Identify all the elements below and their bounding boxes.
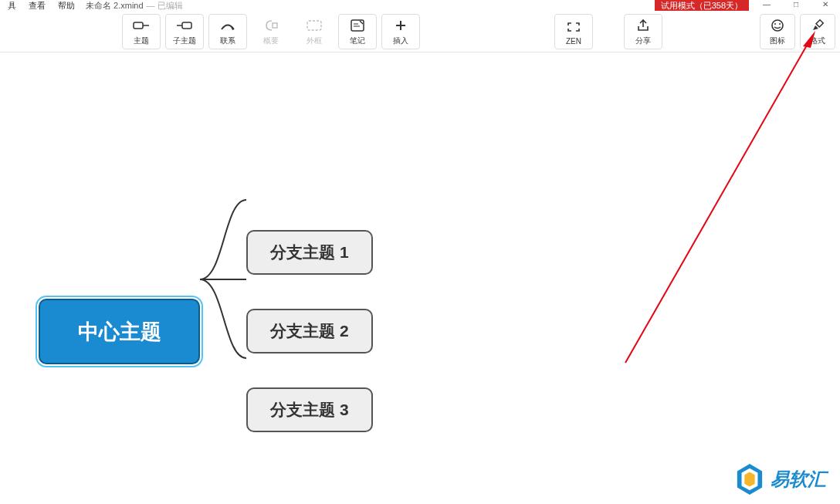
hex-icon [735,462,764,496]
topic-button[interactable]: 主题 [122,14,161,49]
relation-label: 联系 [220,36,235,46]
plus-icon [395,17,407,34]
svg-rect-3 [182,22,191,29]
menu-view[interactable]: 查看 [22,0,52,12]
svg-rect-15 [816,20,823,27]
branch-topic-node-1[interactable]: 分支主题 1 [246,230,373,275]
format-label: 格式 [810,36,825,46]
brush-icon [811,17,825,34]
notes-label: 笔记 [350,36,365,46]
icons-label: 图标 [770,36,785,46]
fullscreen-icon [567,19,581,36]
topic-icon [133,17,150,34]
smile-icon [771,17,784,34]
summary-icon [264,17,278,34]
window-maximize-button[interactable]: □ [781,0,811,11]
relation-icon [219,17,236,34]
branch-topic-node-3[interactable]: 分支主题 3 [246,387,373,432]
notes-button[interactable]: 笔记 [338,14,377,49]
subtopic-label: 子主题 [173,36,196,46]
zen-label: ZEN [566,37,581,46]
boundary-label: 外框 [307,36,322,46]
subtopic-icon [176,17,193,34]
boundary-button: 外框 [295,14,334,49]
notes-icon [351,17,364,34]
format-button[interactable]: 格式 [800,14,835,49]
svg-rect-0 [134,22,143,29]
connector-lines [0,52,463,504]
subtopic-button[interactable]: 子主题 [165,14,204,49]
window-minimize-button[interactable]: — [752,0,781,11]
topic-label: 主题 [134,36,149,46]
menu-help[interactable]: 帮助 [52,0,81,12]
central-topic-node[interactable]: 中心主题 [39,299,200,364]
document-status: — 已编辑 [147,0,183,12]
branch-topic-node-2[interactable]: 分支主题 2 [246,309,373,353]
svg-rect-7 [351,20,364,31]
svg-rect-5 [273,23,277,28]
titlebar: 具 查看 帮助 未命名 2.xmind — 已编辑 试用模式（已358天） — … [0,0,840,11]
document-filename: 未命名 2.xmind [86,0,144,12]
zen-button[interactable]: ZEN [554,14,593,49]
insert-button[interactable]: 插入 [381,14,420,49]
svg-marker-20 [744,472,754,487]
toolbar: 主题 子主题 联系 概要 外框 笔记 插入 ZEN [0,11,840,52]
svg-point-14 [779,23,781,25]
svg-point-12 [772,20,783,31]
boundary-icon [307,17,322,34]
watermark-text: 易软汇 [771,467,826,492]
insert-label: 插入 [393,36,408,46]
summary-label: 概要 [263,36,279,46]
window-close-button[interactable]: ✕ [811,0,840,11]
mindmap-canvas[interactable]: 中心主题 分支主题 1 分支主题 2 分支主题 3 [0,52,840,504]
relation-button[interactable]: 联系 [208,14,247,49]
svg-rect-6 [307,21,321,30]
share-icon [637,17,649,34]
summary-button: 概要 [252,14,290,49]
share-button[interactable]: 分享 [624,14,662,49]
watermark-logo: 易软汇 [735,462,826,496]
trial-mode-badge[interactable]: 试用模式（已358天） [655,0,749,11]
menu-tools[interactable]: 具 [2,0,22,12]
share-label: 分享 [635,36,651,46]
icons-button[interactable]: 图标 [760,14,795,49]
svg-point-13 [774,23,776,25]
